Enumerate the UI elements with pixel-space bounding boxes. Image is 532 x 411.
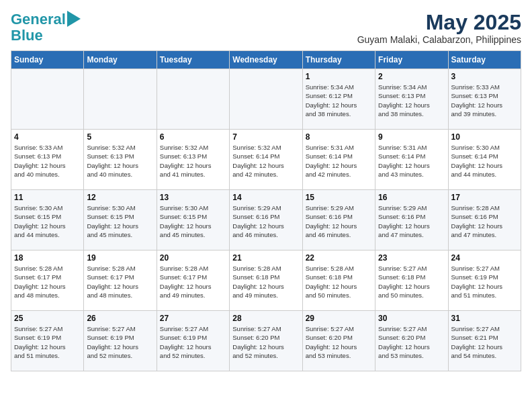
calendar-cell: 17Sunrise: 5:28 AMSunset: 6:16 PMDayligh… bbox=[448, 190, 521, 250]
location-text: Guyam Malaki, Calabarzon, Philippines bbox=[357, 34, 521, 45]
day-info: Sunrise: 5:27 AMSunset: 6:20 PMDaylight:… bbox=[378, 324, 445, 360]
day-number: 23 bbox=[378, 253, 445, 263]
day-info: Sunrise: 5:27 AMSunset: 6:20 PMDaylight:… bbox=[306, 324, 372, 360]
day-number: 19 bbox=[87, 253, 153, 263]
calendar-table: SundayMondayTuesdayWednesdayThursdayFrid… bbox=[11, 50, 521, 371]
calendar-cell: 9Sunrise: 5:31 AMSunset: 6:14 PMDaylight… bbox=[375, 130, 448, 190]
day-info: Sunrise: 5:30 AMSunset: 6:15 PMDaylight:… bbox=[14, 203, 81, 239]
day-number: 27 bbox=[160, 314, 226, 323]
day-info: Sunrise: 5:31 AMSunset: 6:14 PMDaylight:… bbox=[306, 143, 372, 179]
day-info: Sunrise: 5:30 AMSunset: 6:15 PMDaylight:… bbox=[87, 203, 153, 239]
calendar-cell: 20Sunrise: 5:28 AMSunset: 6:17 PMDayligh… bbox=[157, 250, 229, 311]
day-info: Sunrise: 5:27 AMSunset: 6:21 PMDaylight:… bbox=[451, 324, 518, 360]
day-number: 26 bbox=[87, 314, 153, 323]
calendar-cell bbox=[84, 69, 157, 130]
calendar-cell: 25Sunrise: 5:27 AMSunset: 6:19 PMDayligh… bbox=[11, 311, 84, 371]
day-number: 20 bbox=[160, 253, 226, 263]
calendar-cell: 15Sunrise: 5:29 AMSunset: 6:16 PMDayligh… bbox=[302, 190, 375, 250]
calendar-week-row: 25Sunrise: 5:27 AMSunset: 6:19 PMDayligh… bbox=[11, 311, 521, 371]
day-number: 2 bbox=[378, 72, 445, 81]
col-header-monday: Monday bbox=[84, 51, 157, 69]
day-info: Sunrise: 5:27 AMSunset: 6:18 PMDaylight:… bbox=[378, 264, 445, 300]
day-number: 31 bbox=[451, 314, 518, 323]
day-number: 24 bbox=[451, 253, 518, 263]
calendar-week-row: 4Sunrise: 5:33 AMSunset: 6:13 PMDaylight… bbox=[11, 130, 521, 190]
col-header-saturday: Saturday bbox=[448, 51, 521, 69]
day-info: Sunrise: 5:28 AMSunset: 6:18 PMDaylight:… bbox=[306, 264, 372, 300]
day-number: 13 bbox=[160, 193, 226, 202]
day-number: 21 bbox=[232, 253, 299, 263]
calendar-cell: 31Sunrise: 5:27 AMSunset: 6:21 PMDayligh… bbox=[448, 311, 521, 371]
day-info: Sunrise: 5:32 AMSunset: 6:13 PMDaylight:… bbox=[160, 143, 226, 179]
day-number: 16 bbox=[378, 193, 445, 202]
calendar-cell: 27Sunrise: 5:27 AMSunset: 6:19 PMDayligh… bbox=[157, 311, 229, 371]
day-info: Sunrise: 5:34 AMSunset: 6:13 PMDaylight:… bbox=[378, 83, 445, 118]
calendar-cell: 11Sunrise: 5:30 AMSunset: 6:15 PMDayligh… bbox=[11, 190, 84, 250]
day-number: 10 bbox=[451, 132, 518, 142]
day-number: 11 bbox=[14, 193, 81, 202]
calendar-cell: 4Sunrise: 5:33 AMSunset: 6:13 PMDaylight… bbox=[11, 130, 84, 190]
day-number: 28 bbox=[232, 314, 299, 323]
calendar-week-row: 18Sunrise: 5:28 AMSunset: 6:17 PMDayligh… bbox=[11, 250, 521, 311]
day-number: 9 bbox=[378, 132, 445, 142]
month-title: May 2025 bbox=[357, 11, 521, 34]
col-header-wednesday: Wednesday bbox=[230, 51, 302, 69]
calendar-cell: 1Sunrise: 5:34 AMSunset: 6:12 PMDaylight… bbox=[302, 69, 375, 130]
logo-text: General bbox=[11, 12, 66, 27]
calendar-cell: 23Sunrise: 5:27 AMSunset: 6:18 PMDayligh… bbox=[375, 250, 448, 311]
calendar-cell: 29Sunrise: 5:27 AMSunset: 6:20 PMDayligh… bbox=[302, 311, 375, 371]
col-header-friday: Friday bbox=[375, 51, 448, 69]
day-info: Sunrise: 5:27 AMSunset: 6:19 PMDaylight:… bbox=[160, 324, 226, 360]
calendar-cell: 19Sunrise: 5:28 AMSunset: 6:17 PMDayligh… bbox=[84, 250, 157, 311]
day-number: 7 bbox=[232, 132, 299, 142]
calendar-cell: 16Sunrise: 5:29 AMSunset: 6:16 PMDayligh… bbox=[375, 190, 448, 250]
day-number: 8 bbox=[306, 132, 372, 142]
day-info: Sunrise: 5:34 AMSunset: 6:12 PMDaylight:… bbox=[306, 83, 372, 118]
logo-blue-text: Blue bbox=[11, 28, 81, 43]
day-info: Sunrise: 5:28 AMSunset: 6:18 PMDaylight:… bbox=[232, 264, 299, 300]
day-info: Sunrise: 5:30 AMSunset: 6:15 PMDaylight:… bbox=[160, 203, 226, 239]
day-info: Sunrise: 5:32 AMSunset: 6:13 PMDaylight:… bbox=[87, 143, 153, 179]
day-info: Sunrise: 5:28 AMSunset: 6:16 PMDaylight:… bbox=[451, 203, 518, 239]
day-number: 22 bbox=[306, 253, 372, 263]
calendar-cell: 2Sunrise: 5:34 AMSunset: 6:13 PMDaylight… bbox=[375, 69, 448, 130]
calendar-cell: 14Sunrise: 5:29 AMSunset: 6:16 PMDayligh… bbox=[230, 190, 302, 250]
calendar-cell: 5Sunrise: 5:32 AMSunset: 6:13 PMDaylight… bbox=[84, 130, 157, 190]
day-info: Sunrise: 5:27 AMSunset: 6:19 PMDaylight:… bbox=[451, 264, 518, 300]
day-number: 17 bbox=[451, 193, 518, 202]
page-header: General Blue May 2025 Guyam Malaki, Cala… bbox=[11, 11, 521, 45]
day-info: Sunrise: 5:30 AMSunset: 6:14 PMDaylight:… bbox=[451, 143, 518, 179]
calendar-cell: 3Sunrise: 5:33 AMSunset: 6:13 PMDaylight… bbox=[448, 69, 521, 130]
day-number: 6 bbox=[160, 132, 226, 142]
calendar-cell: 10Sunrise: 5:30 AMSunset: 6:14 PMDayligh… bbox=[448, 130, 521, 190]
title-block: May 2025 Guyam Malaki, Calabarzon, Phili… bbox=[357, 11, 521, 45]
calendar-cell: 18Sunrise: 5:28 AMSunset: 6:17 PMDayligh… bbox=[11, 250, 84, 311]
day-info: Sunrise: 5:33 AMSunset: 6:13 PMDaylight:… bbox=[14, 143, 81, 179]
day-number: 15 bbox=[306, 193, 372, 202]
day-number: 1 bbox=[306, 72, 372, 81]
day-info: Sunrise: 5:28 AMSunset: 6:17 PMDaylight:… bbox=[87, 264, 153, 300]
calendar-cell bbox=[157, 69, 229, 130]
day-info: Sunrise: 5:32 AMSunset: 6:14 PMDaylight:… bbox=[232, 143, 299, 179]
calendar-cell: 22Sunrise: 5:28 AMSunset: 6:18 PMDayligh… bbox=[302, 250, 375, 311]
day-info: Sunrise: 5:29 AMSunset: 6:16 PMDaylight:… bbox=[232, 203, 299, 239]
calendar-cell: 24Sunrise: 5:27 AMSunset: 6:19 PMDayligh… bbox=[448, 250, 521, 311]
calendar-cell: 26Sunrise: 5:27 AMSunset: 6:19 PMDayligh… bbox=[84, 311, 157, 371]
col-header-thursday: Thursday bbox=[302, 51, 375, 69]
calendar-cell: 6Sunrise: 5:32 AMSunset: 6:13 PMDaylight… bbox=[157, 130, 229, 190]
col-header-sunday: Sunday bbox=[11, 51, 84, 69]
day-number: 18 bbox=[14, 253, 81, 263]
day-info: Sunrise: 5:28 AMSunset: 6:17 PMDaylight:… bbox=[160, 264, 226, 300]
day-info: Sunrise: 5:31 AMSunset: 6:14 PMDaylight:… bbox=[378, 143, 445, 179]
logo-icon bbox=[67, 11, 81, 27]
day-info: Sunrise: 5:27 AMSunset: 6:19 PMDaylight:… bbox=[14, 324, 81, 360]
day-info: Sunrise: 5:29 AMSunset: 6:16 PMDaylight:… bbox=[306, 203, 372, 239]
day-info: Sunrise: 5:27 AMSunset: 6:19 PMDaylight:… bbox=[87, 324, 153, 360]
calendar-cell bbox=[11, 69, 84, 130]
day-number: 29 bbox=[306, 314, 372, 323]
day-number: 12 bbox=[87, 193, 153, 202]
col-header-tuesday: Tuesday bbox=[157, 51, 229, 69]
calendar-cell: 13Sunrise: 5:30 AMSunset: 6:15 PMDayligh… bbox=[157, 190, 229, 250]
calendar-week-row: 11Sunrise: 5:30 AMSunset: 6:15 PMDayligh… bbox=[11, 190, 521, 250]
day-info: Sunrise: 5:27 AMSunset: 6:20 PMDaylight:… bbox=[232, 324, 299, 360]
